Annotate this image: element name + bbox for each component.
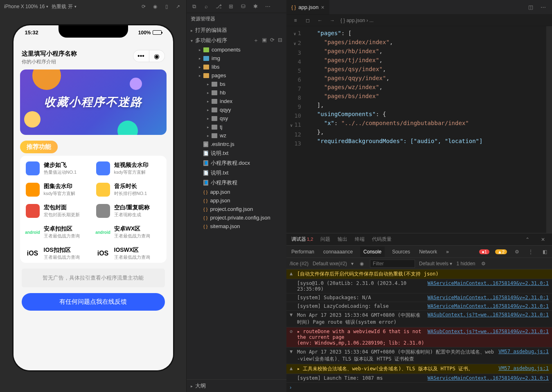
feature-item[interactable]: iOSIOSWX区王者最低战力查询	[96, 246, 161, 260]
capsule-more-icon[interactable]: •••	[133, 50, 149, 62]
minimap[interactable]	[546, 26, 552, 233]
feature-item[interactable]: 音乐时长时长排行榜NO.1	[96, 183, 161, 197]
tab-appearance[interactable]: connaaaance	[322, 249, 354, 255]
tree-folder[interactable]: qsy	[187, 114, 286, 123]
record-icon[interactable]: ◉	[151, 2, 159, 11]
editor-more-icon[interactable]: ⋯	[539, 3, 547, 11]
collapse-icon[interactable]: ⊟	[278, 37, 282, 44]
tree-folder[interactable]: components	[187, 45, 286, 54]
feature-item[interactable]: 图集去水印ksdy等官方直解	[26, 183, 90, 197]
search-icon[interactable]: ⌕	[202, 2, 210, 11]
tree-folder[interactable]: tj	[187, 123, 286, 131]
close-panel-icon[interactable]: ✕	[539, 235, 547, 244]
console-log[interactable]: ▲[自动文件保存后开启代码文件保存后自动热重载(不支持 json)[syso@1…	[286, 269, 552, 383]
device-icon[interactable]: ▯	[162, 2, 171, 11]
feature-item[interactable]: iOSIOS扣扣区王者最低战力查询	[26, 246, 90, 260]
warn-count-badge[interactable]: ▲2	[495, 249, 507, 254]
log-source-link[interactable]: WASubContext.js?t=we..16758149&v=2.31.0:…	[428, 329, 549, 334]
log-line[interactable]: [system] Subpackages: N/AWAServiceMainCo…	[286, 293, 552, 302]
tree-folder[interactable]: wz	[187, 131, 286, 140]
branch-icon[interactable]: ⎇	[214, 2, 223, 11]
log-line[interactable]: [syso@1.0 (20atLib: 2.31.0 (2023.4.10 23…	[286, 279, 552, 293]
tab-terminal[interactable]: 终端	[355, 236, 365, 243]
dock-icon[interactable]: ◧	[541, 248, 549, 256]
list-icon[interactable]: ≡	[291, 16, 300, 25]
bug-icon[interactable]: ✱	[251, 2, 259, 11]
kebab-icon[interactable]: ⋮	[527, 248, 535, 256]
feature-item[interactable]: android安卓扣扣区王者最低战力查询	[26, 225, 90, 239]
tab-console[interactable]: Console	[360, 246, 385, 257]
tree-folder[interactable]: img	[187, 54, 286, 63]
tab-quality[interactable]: 代码质量	[372, 236, 392, 243]
hero-banner[interactable]: 收藏小程序不迷路	[20, 69, 167, 135]
tree-folder[interactable]: hb	[187, 88, 286, 97]
code-editor[interactable]: ∨1∨2345678910∨111213 "pages": [ "pages/i…	[286, 26, 552, 233]
more-icon[interactable]: ⋯	[264, 2, 272, 11]
log-source-link[interactable]: WAServiceMainContext..16758149&v=2.31.0:…	[428, 375, 549, 381]
tab-more[interactable]: »	[444, 249, 451, 255]
log-line[interactable]: [system] LazyCodeLoading: falseWAService…	[286, 302, 552, 311]
tree-file[interactable]: project.private.config.json	[187, 213, 286, 222]
levels-dropdown[interactable]: Default levels ▾	[419, 261, 452, 267]
log-line[interactable]: ▼Mon Apr 17 2023 15:33:04 GMT+0800 (中国标准…	[286, 311, 552, 327]
log-source-link[interactable]: VM57 asdebug.js:1	[498, 365, 549, 371]
new-folder-icon[interactable]: ▣	[262, 37, 267, 44]
feature-item[interactable]: 空白/重复昵称王者现称生成	[96, 204, 161, 218]
tree-file[interactable]: 📘小程序教程.docx	[187, 158, 286, 168]
tree-folder[interactable]: libs	[187, 63, 286, 71]
console-prompt[interactable]: ›	[286, 383, 552, 392]
log-line[interactable]: ▲▸ 工具未校验合法域名、web-view(业务域名)、TLS 版本以及 HTT…	[286, 364, 552, 374]
tree-file[interactable]: sitemap.json	[187, 222, 286, 231]
tree-file[interactable]: 📘小程序教程	[187, 178, 286, 188]
tab-network[interactable]: Network	[417, 249, 439, 255]
open-editors-section[interactable]: 打开的编辑器	[187, 25, 286, 36]
eye-icon[interactable]: ◉	[358, 260, 366, 268]
feature-item[interactable]: android安卓WX区王者最低战力查询	[96, 225, 161, 239]
back-icon[interactable]: ←	[316, 16, 324, 25]
filter-levels[interactable]: Default wxe(#2)	[313, 261, 347, 267]
tree-folder[interactable]: index	[187, 97, 286, 105]
filter-gear-icon[interactable]: ⚙	[480, 260, 488, 268]
log-line[interactable]: ▼Mon Apr 17 2023 15:33:04 GMT+0800 (中国标准…	[286, 347, 552, 364]
breadcrumb-path[interactable]: { } app.json › ...	[340, 18, 374, 23]
close-tab-icon[interactable]: ×	[321, 4, 324, 11]
hidden-count[interactable]: 1 hidden	[456, 261, 475, 267]
device-selector[interactable]: iPhone X 100% 16	[4, 4, 48, 9]
log-line[interactable]: [system] Launch Time: 1087 msWAServiceMa…	[286, 374, 552, 383]
chevron-up-icon[interactable]: ⌃	[523, 235, 532, 244]
copy-icon[interactable]: ⧉	[190, 2, 198, 11]
log-line[interactable]: ▲[自动文件保存后开启代码文件保存后自动热重载(不支持 json)	[286, 269, 552, 279]
tree-file[interactable]: ◎.eslintrc.js	[187, 140, 286, 148]
tree-file[interactable]: app.json	[187, 196, 286, 205]
tab-performance[interactable]: Performan	[290, 249, 316, 255]
forward-icon[interactable]: →	[328, 16, 336, 25]
log-source-link[interactable]: WAServiceMainContext..16758149&v=2.31.0:…	[428, 303, 549, 309]
log-line[interactable]: ⊘▸ routeDone with a webviewId 6 that is …	[286, 327, 552, 347]
tree-file[interactable]: 📄说明.txt	[187, 148, 286, 158]
tree-file[interactable]: app.json	[187, 188, 286, 196]
feature-item[interactable]: 短视频去水印ksdy等官方直解	[96, 161, 161, 175]
feature-item[interactable]: 健步如飞热量值运动NO.1	[26, 161, 90, 175]
tab-problems[interactable]: 问题	[320, 236, 330, 243]
split-editor-icon[interactable]: ◫	[527, 3, 535, 11]
tab-debugger[interactable]: 调试器1,2	[291, 236, 313, 243]
log-source-link[interactable]: WAServiceMainContext..16758149&v=2.31.0:…	[428, 280, 549, 286]
tab-sources[interactable]: Sources	[390, 249, 412, 255]
feedback-button[interactable]: 有任何问题点我在线反馈	[22, 293, 165, 311]
bookmark-icon[interactable]: ◻	[304, 16, 312, 25]
feature-item[interactable]: 宏包封面宏包封面长期更新	[26, 204, 90, 218]
tab-output[interactable]: 输出	[338, 236, 347, 243]
cloud-icon[interactable]: ⛁	[239, 2, 247, 11]
gear-icon[interactable]: ⚙	[513, 248, 521, 256]
tree-file[interactable]: 📄说明.txt	[187, 168, 286, 178]
hot-reload-toggle[interactable]: 热重载 开	[52, 3, 76, 10]
project-root[interactable]: 多功能小程序 ＋ ▣ ⟳ ⊟	[187, 36, 286, 45]
log-source-link[interactable]: WASubContext.js?t=we..16758149&v=2.31.0:…	[428, 312, 549, 318]
tree-folder-pages[interactable]: pages	[187, 71, 286, 80]
log-source-link[interactable]: VM57 asdebug.js:1	[498, 349, 549, 354]
editor-tab-app-json[interactable]: { } app.json ×	[286, 0, 330, 14]
capsule-close-icon[interactable]: ◉	[149, 50, 164, 62]
outline-section[interactable]: 大纲	[187, 379, 286, 392]
extension-icon[interactable]: ⊞	[227, 2, 235, 11]
refresh-tree-icon[interactable]: ⟳	[270, 37, 275, 44]
